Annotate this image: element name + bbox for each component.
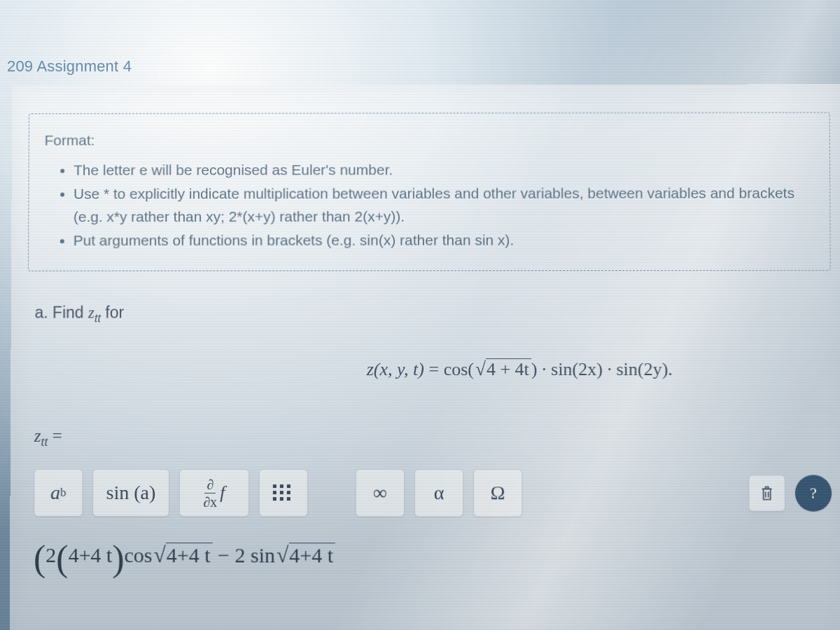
format-bullet: The letter e will be recognised as Euler… [74,158,813,182]
svg-rect-0 [273,484,276,488]
format-hint-box: Format: The letter e will be recognised … [28,112,831,271]
period: . [668,359,673,379]
sqrt-expression: 4 + 4t [474,358,531,380]
svg-rect-4 [280,491,284,494]
format-label: Format: [45,128,813,152]
svg-rect-7 [280,497,284,500]
preview-sin: sin [251,544,275,567]
question-prompt-suffix: for [101,303,124,321]
equals-sign: = [424,359,444,379]
math-input-toolbar: ab sin (a) ∂ ∂x f ∞ α Ω [34,469,832,517]
open-paren: ( [34,538,46,578]
preview-cos: cos [125,543,153,566]
question-subscript: tt [94,312,101,325]
matrix-button[interactable] [259,469,308,517]
exponent-sup: b [60,486,66,500]
exponent-base: a [50,482,60,504]
sqrt-arg: 4 + 4t [486,358,531,379]
trig-button[interactable]: sin (a) [92,469,169,517]
preview-two: 2 [46,543,56,566]
preview-sqrt: 4+4 t [152,542,212,568]
clear-button[interactable] [748,475,785,512]
svg-rect-6 [273,497,276,500]
answer-input-field[interactable]: (2(4+4 t)cos4+4 t − 2 sin4+4 t [34,538,832,580]
partial-top: ∂ [204,477,216,493]
svg-rect-1 [280,484,284,488]
sin-term: sin(2y) [616,359,668,379]
preview-sqrt-arg: 4+4 t [288,543,335,567]
format-bullet: Put arguments of functions in brackets (… [74,229,813,252]
exponent-button[interactable]: ab [34,469,83,517]
svg-rect-3 [273,491,276,494]
equation-lhs: z(x, y, t) [367,359,424,379]
deriv-f: f [220,482,225,503]
partial-fraction-icon: ∂ ∂x [203,477,217,509]
svg-rect-5 [287,491,290,494]
omega-button[interactable]: Ω [473,470,522,517]
format-bullet: Use * to explicitly indicate multiplicat… [74,182,813,228]
sin-term: sin(2x) [551,359,603,379]
answer-equals: = [48,426,62,445]
trash-icon [760,485,774,502]
partial-bottom: ∂x [203,493,217,509]
part-label: a. [35,303,48,321]
infinity-button[interactable]: ∞ [356,469,405,517]
close-paren: ) [112,538,125,578]
derivative-button[interactable]: ∂ ∂x f [179,469,249,517]
svg-rect-8 [287,497,290,500]
breadcrumb[interactable]: 209 Assignment 4 [0,55,139,78]
answer-label-row: ztt = [27,426,832,449]
question-variable: z [88,304,94,321]
answer-lhs-sub: tt [41,435,48,449]
preview-t-expr: 4+4 t [69,543,113,566]
question-part-a: a. Find ztt for [28,303,832,326]
svg-rect-2 [287,484,290,488]
help-button[interactable]: ? [795,475,832,512]
preview-minus: − 2 [212,544,250,567]
answer-lhs-var: z [34,426,41,445]
alpha-button[interactable]: α [414,469,463,517]
question-prompt: Find [52,303,88,321]
equation-display: z(x, y, t) = cos(4 + 4t) · sin(2x) · sin… [27,358,831,380]
preview-sqrt-arg: 4+4 t [166,542,213,566]
dot-operator: · [603,359,617,379]
question-page: Format: The letter e will be recognised … [10,84,840,630]
dot-operator: · [538,359,552,379]
cos-fn: cos [444,359,468,379]
preview-sqrt: 4+4 t [275,543,335,568]
open-paren: ( [56,538,69,578]
